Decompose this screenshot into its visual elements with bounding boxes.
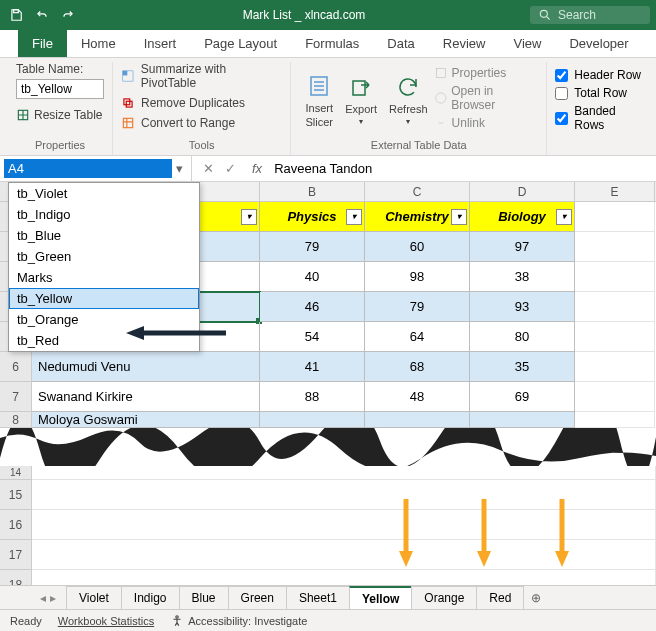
insert-slicer-button[interactable]: Insert Slicer xyxy=(299,62,339,137)
remove-duplicates-button[interactable]: Remove Duplicates xyxy=(121,96,282,110)
col-header-c[interactable]: C xyxy=(365,182,470,201)
undo-button[interactable] xyxy=(32,5,52,25)
filter-button-c[interactable]: ▾ xyxy=(451,209,467,225)
tab-file[interactable]: File xyxy=(18,30,67,57)
sheet-tab-green[interactable]: Green xyxy=(228,586,287,609)
header-cell-biology[interactable]: Biology▾ xyxy=(470,202,575,232)
export-button[interactable]: Export ▾ xyxy=(339,62,383,137)
resize-table-button[interactable]: Resize Table xyxy=(16,108,104,122)
cell[interactable]: 98 xyxy=(365,262,470,292)
name-box[interactable] xyxy=(4,159,172,178)
cell[interactable]: 41 xyxy=(260,352,365,382)
name-item-blue[interactable]: tb_Blue xyxy=(9,225,199,246)
cell[interactable]: Swanand Kirkire xyxy=(32,382,260,412)
sheet-nav-prev-icon[interactable]: ◂ xyxy=(40,591,46,605)
cell[interactable]: 97 xyxy=(470,232,575,262)
sheet-tab-blue[interactable]: Blue xyxy=(179,586,229,609)
cell[interactable]: 69 xyxy=(470,382,575,412)
header-row-checkbox[interactable]: Header Row xyxy=(555,68,648,82)
search-box[interactable]: Search xyxy=(530,6,650,24)
filter-button-a[interactable]: ▾ xyxy=(241,209,257,225)
cell[interactable] xyxy=(575,412,655,428)
cell[interactable] xyxy=(260,412,365,428)
sheet-tab-yellow[interactable]: Yellow xyxy=(349,586,412,610)
new-sheet-button[interactable]: ⊕ xyxy=(523,587,549,609)
cell[interactable]: 79 xyxy=(260,232,365,262)
col-header-b[interactable]: B xyxy=(260,182,365,201)
row-header[interactable]: 14 xyxy=(0,466,32,480)
header-cell-physics[interactable]: Physics▾ xyxy=(260,202,365,232)
cell[interactable]: 46 xyxy=(260,292,365,322)
refresh-button[interactable]: Refresh ▾ xyxy=(383,62,434,137)
cell[interactable]: Nedumudi Venu xyxy=(32,352,260,382)
sheet-nav-next-icon[interactable]: ▸ xyxy=(50,591,56,605)
tab-view[interactable]: View xyxy=(499,30,555,57)
cell[interactable]: 80 xyxy=(470,322,575,352)
workbook-statistics-link[interactable]: Workbook Statistics xyxy=(58,615,154,627)
tab-formulas[interactable]: Formulas xyxy=(291,30,373,57)
cell[interactable]: 54 xyxy=(260,322,365,352)
banded-rows-checkbox[interactable]: Banded Rows xyxy=(555,104,648,132)
cell[interactable]: 60 xyxy=(365,232,470,262)
sheet-tab-red[interactable]: Red xyxy=(476,586,524,609)
row-header[interactable]: 6 xyxy=(0,352,32,382)
sheet-tab-indigo[interactable]: Indigo xyxy=(121,586,180,609)
redo-button[interactable] xyxy=(58,5,78,25)
cell[interactable]: 38 xyxy=(470,262,575,292)
cell[interactable] xyxy=(575,352,655,382)
sheet-tab-violet[interactable]: Violet xyxy=(66,586,122,609)
accessibility-status[interactable]: Accessibility: Investigate xyxy=(170,614,307,628)
table-name-input[interactable] xyxy=(16,79,104,99)
tab-insert[interactable]: Insert xyxy=(130,30,191,57)
convert-range-button[interactable]: Convert to Range xyxy=(121,116,282,130)
row-header[interactable]: 7 xyxy=(0,382,32,412)
total-row-checkbox[interactable]: Total Row xyxy=(555,86,648,100)
cell[interactable] xyxy=(575,262,655,292)
cell[interactable] xyxy=(575,322,655,352)
save-button[interactable] xyxy=(6,5,26,25)
cell[interactable]: 48 xyxy=(365,382,470,412)
name-item-green[interactable]: tb_Green xyxy=(9,246,199,267)
row-header[interactable]: 8 xyxy=(0,412,32,428)
cell[interactable] xyxy=(470,412,575,428)
name-item-marks[interactable]: Marks xyxy=(9,267,199,288)
cell[interactable]: 93 xyxy=(470,292,575,322)
enter-formula-button[interactable]: ✓ xyxy=(220,161,240,176)
cell[interactable]: Moloya Goswami xyxy=(32,412,260,428)
cell[interactable] xyxy=(365,412,470,428)
row-header[interactable]: 17 xyxy=(0,540,32,570)
col-header-d[interactable]: D xyxy=(470,182,575,201)
col-header-e[interactable]: E xyxy=(575,182,655,201)
summarize-pivot-button[interactable]: Summarize with PivotTable xyxy=(121,62,282,90)
tab-home[interactable]: Home xyxy=(67,30,130,57)
row-header[interactable]: 16 xyxy=(0,510,32,540)
cell[interactable]: 40 xyxy=(260,262,365,292)
cell[interactable]: 64 xyxy=(365,322,470,352)
filter-button-b[interactable]: ▾ xyxy=(346,209,362,225)
name-box-dropdown-arrow[interactable]: ▾ xyxy=(172,161,187,176)
cell[interactable] xyxy=(575,382,655,412)
name-item-indigo[interactable]: tb_Indigo xyxy=(9,204,199,225)
tab-page-layout[interactable]: Page Layout xyxy=(190,30,291,57)
sheet-tab-orange[interactable]: Orange xyxy=(411,586,477,609)
name-item-violet[interactable]: tb_Violet xyxy=(9,183,199,204)
name-item-yellow[interactable]: tb_Yellow xyxy=(9,288,199,309)
tab-review[interactable]: Review xyxy=(429,30,500,57)
cancel-formula-button[interactable]: ✕ xyxy=(198,161,218,176)
tab-developer[interactable]: Developer xyxy=(555,30,642,57)
cell[interactable]: 68 xyxy=(365,352,470,382)
tab-data[interactable]: Data xyxy=(373,30,428,57)
filter-button-d[interactable]: ▾ xyxy=(556,209,572,225)
cell[interactable]: 88 xyxy=(260,382,365,412)
sheet-tab-sheet1[interactable]: Sheet1 xyxy=(286,586,350,609)
sheet-nav[interactable]: ◂ ▸ xyxy=(40,591,66,605)
cell[interactable] xyxy=(575,232,655,262)
cell[interactable]: 79 xyxy=(365,292,470,322)
cell[interactable]: 35 xyxy=(470,352,575,382)
cell[interactable] xyxy=(575,202,655,232)
cell[interactable] xyxy=(575,292,655,322)
fx-icon[interactable]: fx xyxy=(246,161,268,176)
formula-input[interactable] xyxy=(268,159,656,178)
cell[interactable] xyxy=(32,466,656,480)
row-header[interactable]: 15 xyxy=(0,480,32,510)
